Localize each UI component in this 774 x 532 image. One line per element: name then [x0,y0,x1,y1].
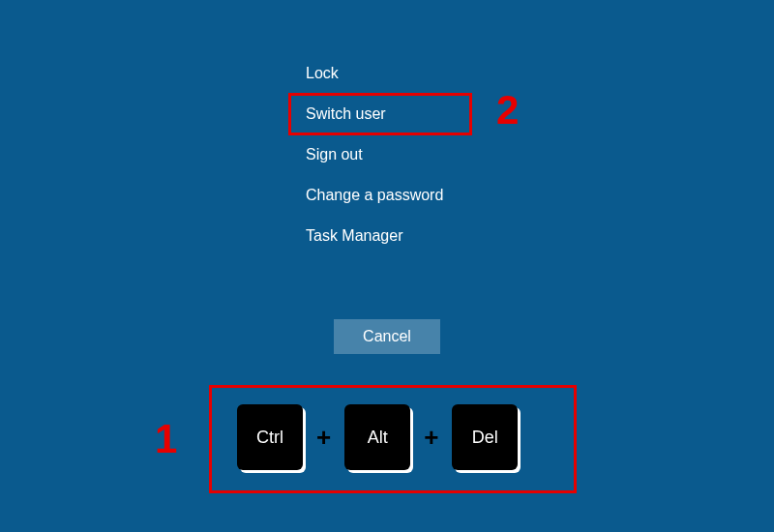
menu-item-change-password[interactable]: Change a password [300,175,457,216]
annotation-number-1: 1 [155,416,177,462]
menu-item-task-manager[interactable]: Task Manager [300,216,457,256]
menu-item-switch-user[interactable]: Switch user [300,94,457,134]
menu-item-sign-out[interactable]: Sign out [300,134,457,175]
annotation-number-2: 2 [496,87,519,133]
plus-icon: + [311,423,337,453]
security-options-menu: Lock Switch user Sign out Change a passw… [300,53,457,256]
key-combo-ctrl-alt-del: Ctrl + Alt + Del [237,404,518,470]
menu-item-lock[interactable]: Lock [300,53,457,94]
key-del: Del [452,404,518,470]
key-ctrl: Ctrl [237,404,303,470]
cancel-button[interactable]: Cancel [334,319,440,354]
key-alt: Alt [344,404,410,470]
plus-icon: + [418,423,444,453]
